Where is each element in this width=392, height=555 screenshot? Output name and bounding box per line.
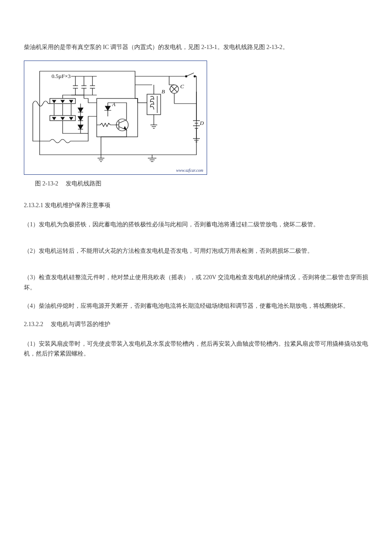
section-2-heading: 2.13.2.2 发电机与调节器的维护 bbox=[24, 320, 368, 329]
section-2-item-1: （1）安装风扇皮带时，可先使皮带装入发电机及水泵皮带轮槽内，然后再安装入曲轴皮带… bbox=[24, 339, 368, 359]
svg-point-6 bbox=[185, 75, 187, 77]
section-1-item-2: （2）发电机运转后，不能用试火花的方法检查发电机是否发电，可用灯泡或万用表检测，… bbox=[24, 246, 368, 256]
figure-caption: 图 2-13-2 发电机线路图 bbox=[35, 179, 368, 188]
svg-text:B: B bbox=[161, 88, 165, 95]
svg-text:C: C bbox=[180, 83, 184, 90]
document-page: 柴油机采用的是带有真空泵的 IC 调节器（内置式）的发电机，见图 2-13-1。… bbox=[0, 0, 392, 393]
section-1-item-4: （4）柴油机停熄时，应将电源开关断开，否则蓄电池电流将长期流经磁场绕组和调节器，… bbox=[24, 301, 368, 311]
intro-paragraph: 柴油机采用的是带有真空泵的 IC 调节器（内置式）的发电机，见图 2-13-1。… bbox=[24, 43, 368, 52]
section-1-item-3: （3）检查发电机硅整流元件时，绝对禁止使用兆欧表（摇表），或 220V 交流电检… bbox=[24, 272, 368, 293]
section-1-heading: 2.13.2.1 发电机维护保养注意事项 bbox=[24, 201, 368, 210]
figure-watermark: www.szfcar.com bbox=[176, 168, 203, 173]
svg-text:A: A bbox=[112, 101, 115, 107]
section-1-item-1: （1）发电机为负极搭铁，因此蓄电池的搭铁极性必须与此相同，否则蓄电池将通过硅二级… bbox=[24, 220, 368, 230]
svg-rect-2 bbox=[97, 98, 138, 137]
capacitor-label: 0.5µF×3 bbox=[52, 73, 71, 80]
figure-block: 0.5µF×3 bbox=[24, 61, 368, 188]
circuit-diagram: 0.5µF×3 bbox=[24, 61, 207, 175]
svg-text:D: D bbox=[199, 120, 204, 126]
